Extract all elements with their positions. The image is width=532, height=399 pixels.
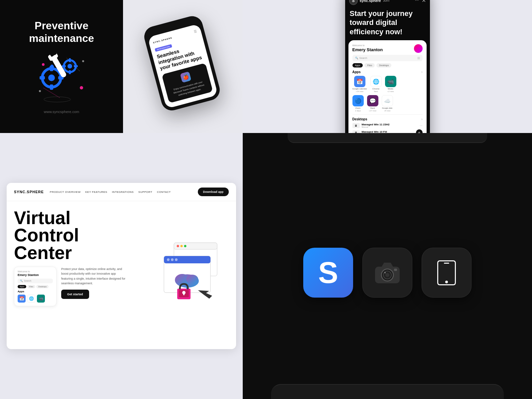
download-app-button[interactable]: Download app xyxy=(198,188,229,196)
svg-point-19 xyxy=(80,86,83,89)
story-grid-icon: ⊞ xyxy=(417,56,420,60)
app-label-chrome: Chrome xyxy=(372,88,379,90)
syncsphere-app-icon[interactable]: S xyxy=(303,248,353,298)
svg-point-33 xyxy=(171,258,174,261)
svg-point-18 xyxy=(42,63,45,66)
story-account-name: sync.sphere xyxy=(360,0,381,3)
story-apps-chevron: › xyxy=(421,70,422,74)
story-user-avatar xyxy=(414,44,423,53)
desktop-icon-1: 🖥 xyxy=(352,123,360,128)
story-tab-desktops[interactable]: Desktops xyxy=(376,63,391,67)
story-app-gdisk: ☁️ Google disk +8 new xyxy=(382,95,393,112)
preview-icon-calendar: 📅 xyxy=(18,295,26,303)
website-illustration-section xyxy=(156,209,229,343)
preview-search[interactable]: 🔍 Search xyxy=(18,279,53,283)
svg-rect-4 xyxy=(40,76,45,79)
preview-icon-chrome: 🌐 xyxy=(27,295,35,303)
nav-support[interactable]: SUPPORT xyxy=(138,191,152,194)
website-description: Protect your data, optimize online activ… xyxy=(61,267,128,286)
story-desktops-header: Desktops › xyxy=(352,117,423,121)
story-apps-label: Apps xyxy=(352,70,361,74)
story-more-icon[interactable]: ··· xyxy=(415,0,419,4)
website-sub-section: Welcome to Emery Stanton 🔍 Search Apps F… xyxy=(14,267,149,306)
website-navbar: SYNC.SPHERE PRODUCT OVERVIEW KEY FEATURE… xyxy=(7,183,236,201)
story-app-card: Welcome to Emery Stanton 🔍 Search ⊞ Apps… xyxy=(348,40,427,140)
phone-app-icon[interactable] xyxy=(422,248,471,298)
story-tabs: Apps Files Desktops xyxy=(352,63,423,67)
get-started-button[interactable]: Get started xyxy=(61,290,89,299)
preview-tab-files[interactable]: Files xyxy=(27,285,36,288)
preview-tab-apps[interactable]: Apps xyxy=(18,285,26,288)
nav-contact[interactable]: CONTACT xyxy=(157,191,171,194)
svg-rect-3 xyxy=(50,84,53,90)
story-apps-row-2: 🔵 Zoom 2 days 💬 Slack +27 now ☁️ Google … xyxy=(352,95,423,112)
story-header: S sync.sphere 30m ··· ✕ xyxy=(345,0,430,8)
story-avatar: S xyxy=(349,0,358,5)
svg-rect-51 xyxy=(394,269,397,271)
closeup-panel: S xyxy=(243,133,532,399)
svg-point-9 xyxy=(67,64,72,68)
svg-point-20 xyxy=(39,90,41,92)
svg-point-27 xyxy=(177,245,179,247)
maintenance-illustration xyxy=(33,51,90,104)
svg-rect-13 xyxy=(74,65,78,67)
hero-line-1: Virtual xyxy=(14,209,149,226)
preview-tab-desktops[interactable]: Desktops xyxy=(36,285,49,288)
hero-line-2: Control xyxy=(14,226,149,244)
story-app-chrome: 🌐 Chrome New xyxy=(370,76,382,92)
story-panel: S sync.sphere 30m ··· ✕ Start your journ… xyxy=(243,0,532,133)
nav-integrations[interactable]: INTEGRATIONS xyxy=(112,191,134,194)
story-desktops-chevron: › xyxy=(421,117,422,121)
phone-device: SYNC.SPHERE ☰ INTEGRATION Seamless integ… xyxy=(142,14,222,113)
svg-rect-12 xyxy=(62,65,66,67)
story-search-placeholder: Search xyxy=(359,57,367,60)
phone-description: Enjoy communication with your Microsoft … xyxy=(170,79,208,98)
story-apps-section: Apps › 📅 Google calendar +34 new 🌐 Chrom… xyxy=(352,70,423,112)
app-sub-slack: +27 now xyxy=(369,110,376,112)
svg-marker-46 xyxy=(382,263,393,267)
story-tab-apps[interactable]: Apps xyxy=(352,63,363,67)
svg-rect-11 xyxy=(69,70,71,74)
nav-features[interactable]: KEY FEATURES xyxy=(85,191,107,194)
preview-icon-meets: 📹 xyxy=(37,295,45,303)
phone-closeup-frame: S xyxy=(243,133,532,399)
phone-wrapper: SYNC.SPHERE ☰ INTEGRATION Seamless integ… xyxy=(142,14,222,113)
camera-svg xyxy=(372,259,402,286)
app-label-gdisk: Google disk xyxy=(382,107,393,109)
preview-welcome: Welcome to xyxy=(18,270,53,273)
story-header-actions[interactable]: ··· ✕ xyxy=(415,0,426,4)
preview-tabs: Apps Files Desktops xyxy=(18,285,53,288)
story-app-slack: 💬 Slack +27 now xyxy=(367,95,378,112)
website-panel: SYNC.SPHERE PRODUCT OVERVIEW KEY FEATURE… xyxy=(0,133,243,399)
desktop-1-name: Managed Win 11 23H2 xyxy=(362,123,390,126)
website-mockup-container: SYNC.SPHERE PRODUCT OVERVIEW KEY FEATURE… xyxy=(7,183,236,349)
svg-rect-10 xyxy=(69,58,71,62)
story-tab-files[interactable]: Files xyxy=(364,63,375,67)
story-apps-row-1: 📅 Google calendar +34 new 🌐 Chrome New 📹… xyxy=(352,76,423,92)
website-description-section: Protect your data, optimize online activ… xyxy=(61,267,128,299)
maintenance-website: www.syncsphere.com xyxy=(44,110,79,114)
camera-app-icon[interactable] xyxy=(362,248,412,298)
svg-point-37 xyxy=(186,275,198,284)
phone-card-icon: 🍎 xyxy=(180,71,191,83)
search-icon: 🔍 xyxy=(355,57,358,60)
story-welcome-text: Welcome to xyxy=(352,44,423,47)
svg-point-29 xyxy=(184,245,187,247)
story-desktops-label: Desktops xyxy=(352,117,367,121)
website-body: Virtual Control Center Welcome to Emery … xyxy=(7,201,236,349)
isometric-illustration xyxy=(157,236,227,316)
s-letter: S xyxy=(318,256,338,290)
phone-panel: SYNC.SPHERE ☰ INTEGRATION Seamless integ… xyxy=(123,0,243,133)
preview-search-label: Search xyxy=(24,280,31,282)
story-close-icon[interactable]: ✕ xyxy=(422,0,426,4)
app-sub-chrome: New xyxy=(374,90,378,92)
svg-rect-53 xyxy=(444,263,449,264)
app-sub-meets: +2 new xyxy=(387,90,394,92)
app-label-slack: Slack xyxy=(370,107,375,109)
nav-product[interactable]: PRODUCT OVERVIEW xyxy=(50,191,81,194)
story-apps-header: Apps › xyxy=(352,70,423,74)
phone-icon-svg xyxy=(433,259,460,287)
svg-rect-43 xyxy=(183,293,185,295)
svg-point-50 xyxy=(384,272,386,273)
story-search-bar[interactable]: 🔍 Search ⊞ xyxy=(352,55,423,61)
